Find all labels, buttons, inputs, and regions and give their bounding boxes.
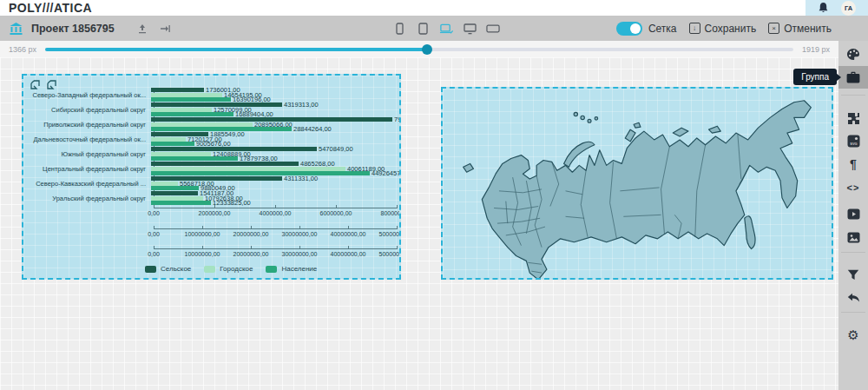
device-phone-icon[interactable] xyxy=(392,22,406,36)
bar-Городское xyxy=(151,108,212,112)
axis-tick xyxy=(202,226,203,229)
category-label: Северо-Кавказский федеральный ... xyxy=(23,176,150,191)
axis-tick-label: 0,00 xyxy=(148,210,160,216)
slider-thumb[interactable] xyxy=(422,44,432,55)
category-label: Дальневосточный федеральный ок... xyxy=(23,132,150,147)
chart-category-row: Южный федеральный округ5470849,001240888… xyxy=(23,147,401,162)
svg-text:SVG: SVG xyxy=(850,142,857,146)
axis-tick-label: 40000000,00 xyxy=(331,231,366,237)
svg-icon[interactable]: SVG xyxy=(838,129,868,152)
axis-tick xyxy=(154,205,155,208)
device-monitor-icon[interactable] xyxy=(463,22,477,36)
video-icon[interactable] xyxy=(838,202,868,225)
image-icon[interactable] xyxy=(838,226,868,248)
device-tablet-icon[interactable] xyxy=(416,22,430,36)
toolbar-right: Сетка ↓ Сохранить × Отменить xyxy=(616,22,832,36)
category-bars: 4865268,0040061189,0044926457,00 xyxy=(150,162,401,176)
axis-tick-label: 0,00 xyxy=(148,251,160,257)
russia-map xyxy=(443,89,833,278)
axis-tick xyxy=(336,205,337,208)
slider-min-label: 1366 px xyxy=(9,45,36,54)
axis-tick-label: 30000000,00 xyxy=(282,251,318,257)
bar-value-label: 9005676,00 xyxy=(196,142,231,146)
resolution-slider[interactable] xyxy=(45,48,793,51)
axis-tick xyxy=(154,246,155,249)
cancel-button-label: Отменить xyxy=(784,23,832,35)
project-title: Проект 1856795 xyxy=(31,23,115,35)
sidebar-divider xyxy=(841,95,865,96)
axis-tick xyxy=(397,246,398,249)
category-label: Южный федеральный округ xyxy=(23,147,150,162)
chart-category-row: Центральный федеральный округ4865268,004… xyxy=(23,162,401,176)
toggle-knob xyxy=(630,23,641,34)
code-icon[interactable]: <> xyxy=(838,176,868,199)
device-laptop-icon[interactable] xyxy=(439,22,453,36)
chart-x-axis: 0,002000000,004000000,006000000,00800000… xyxy=(154,208,397,223)
avatar[interactable]: ГА xyxy=(841,1,856,16)
collapse-panel-icon[interactable] xyxy=(158,22,172,36)
axis-tick xyxy=(214,205,215,208)
sidebar-divider xyxy=(841,312,865,313)
bar-Городское xyxy=(151,122,253,127)
export-icon[interactable] xyxy=(135,22,149,36)
axis-tick xyxy=(299,246,300,249)
bar-Население xyxy=(151,142,194,146)
axis-tick xyxy=(348,226,349,229)
new-siberian-islands xyxy=(673,128,688,136)
axis-tick-label: 4000000,00 xyxy=(260,210,292,216)
legend-item[interactable]: Население xyxy=(266,265,317,273)
sakhalin-island xyxy=(745,216,755,249)
bar-Население xyxy=(151,186,199,190)
axis-tick xyxy=(275,205,276,208)
legend-chip xyxy=(204,266,215,273)
save-button[interactable]: ↓ Сохранить xyxy=(689,23,757,35)
bar-value-label: 7949198,00 xyxy=(394,117,401,122)
chart-x-axis: 0,0010000000,0020000000,0030000000,00400… xyxy=(154,248,397,264)
header: POLY///ATICA ГА xyxy=(0,0,868,16)
axis-tick xyxy=(154,226,155,229)
category-bars: 4319313,0012570099,0016889404,00 xyxy=(150,102,401,117)
app-window: POLY///ATICA ГА Проект 1856795 xyxy=(0,0,868,390)
group-briefcase-icon[interactable] xyxy=(838,66,868,89)
chart-category-row: Северо-Западный федеральный ок...1736001… xyxy=(23,88,401,102)
axis-tick-label: 10000000,00 xyxy=(185,231,220,237)
russia-map-widget[interactable] xyxy=(441,87,833,280)
slider-max-label: 1919 px xyxy=(802,45,830,54)
puzzle-icon[interactable] xyxy=(838,107,868,129)
chart-category-row: Сибирский федеральный округ4319313,00125… xyxy=(23,102,401,117)
device-tv-icon[interactable] xyxy=(486,22,500,36)
dashboard-canvas[interactable]: Северо-Западный федеральный ок...1736001… xyxy=(0,57,838,390)
bell-icon[interactable] xyxy=(818,2,829,14)
filter-icon[interactable] xyxy=(838,263,868,286)
save-icon: ↓ xyxy=(689,23,700,34)
bar-value-label: 20895066,00 xyxy=(254,122,293,127)
bar-Население xyxy=(151,112,233,116)
cancel-button[interactable]: × Отменить xyxy=(768,23,832,35)
kaliningrad-region xyxy=(464,163,474,172)
bar-Городское xyxy=(151,137,186,142)
bar-Население xyxy=(151,201,211,205)
paragraph-icon[interactable]: ¶ xyxy=(838,153,868,175)
palette-icon[interactable] xyxy=(838,43,868,65)
bar-chart-widget[interactable]: Северо-Западный федеральный ок...1736001… xyxy=(22,74,401,280)
bar-Городское xyxy=(151,93,222,97)
bar-value-label: 4311331,00 xyxy=(284,176,318,181)
grid-toggle-wrap: Сетка xyxy=(616,22,677,36)
gear-icon[interactable]: ⚙ xyxy=(838,324,868,347)
axis-tick-label: 20000000,00 xyxy=(233,251,269,257)
undo-icon[interactable] xyxy=(838,287,868,309)
axis-tick-label: 2000000,00 xyxy=(199,210,231,216)
axis-tick-label: 10000000,00 xyxy=(185,251,220,257)
axis-tick xyxy=(397,226,398,229)
project-bank-icon[interactable] xyxy=(9,22,23,36)
legend-item[interactable]: Сельское xyxy=(145,265,191,273)
bar-Население xyxy=(151,156,238,161)
grid-toggle-label: Сетка xyxy=(648,23,677,35)
axis-tick-label: 0,00 xyxy=(148,231,160,237)
bar-Городское xyxy=(151,152,211,156)
header-right: ГА xyxy=(806,0,868,16)
legend-item[interactable]: Городское xyxy=(204,265,253,273)
russia-mainland xyxy=(482,101,811,278)
grid-toggle[interactable] xyxy=(616,22,642,36)
toolbar-left: Проект 1856795 xyxy=(0,22,172,36)
